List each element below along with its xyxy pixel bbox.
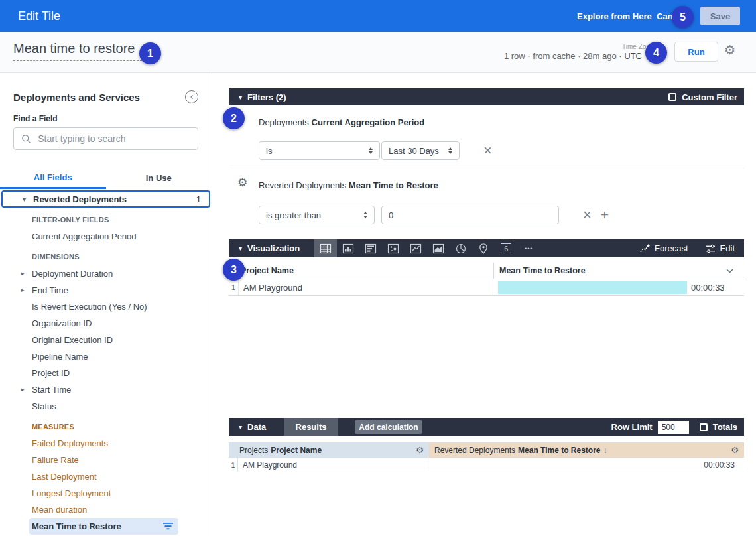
filter1-field-label: Deployments Current Aggregation Period xyxy=(259,117,424,127)
find-a-field-label: Find a Field xyxy=(13,114,198,123)
remove-filter1-icon[interactable]: × xyxy=(483,144,492,157)
filter2-row: is greater than × + xyxy=(259,206,609,224)
viz-type-bar-chart-icon[interactable] xyxy=(359,239,382,257)
viz-type-single-value-icon[interactable]: 6 xyxy=(495,239,517,257)
tile-title[interactable]: Mean time to restore xyxy=(13,41,145,61)
select-spinner-icon xyxy=(363,212,367,218)
gear-icon[interactable]: ⚙ xyxy=(724,42,735,57)
caret-right-icon[interactable]: ▸ xyxy=(21,282,25,299)
viz-type-more-icon[interactable]: ••• xyxy=(517,239,540,257)
viz-type-map-icon[interactable] xyxy=(472,239,495,257)
collapse-sidebar-icon[interactable]: ‹ xyxy=(185,90,198,103)
field-pipeline-name[interactable]: Pipeline Name xyxy=(0,348,212,365)
field-start-time[interactable]: ▸Start Time xyxy=(0,381,212,398)
custom-filter-checkbox[interactable] xyxy=(668,93,676,101)
measure-failed-deployments[interactable]: Failed Deployments xyxy=(0,435,212,452)
viz-type-area-chart-icon[interactable] xyxy=(427,239,450,257)
viz-col-mean-time-to-restore[interactable]: Mean Time to Restore xyxy=(494,263,744,279)
field-project-id[interactable]: Project ID xyxy=(0,365,212,381)
tab-in-use[interactable]: In Use xyxy=(106,167,212,189)
caret-down-icon[interactable]: ▾ xyxy=(239,245,242,252)
search-input[interactable] xyxy=(38,133,191,144)
filter2-operator-select[interactable]: is greater than xyxy=(259,206,375,224)
field-end-time[interactable]: ▸End Time xyxy=(0,282,212,299)
measure-longest-deployment[interactable]: Longest Deployment xyxy=(0,485,212,502)
remove-filter2-icon[interactable]: × xyxy=(583,208,592,222)
custom-filter-label: Custom Filter xyxy=(682,92,737,102)
results-table: ProjectsProject Name ⚙ Reverted Deployme… xyxy=(229,442,744,472)
search-icon xyxy=(21,133,31,145)
add-filter-icon[interactable]: + xyxy=(601,207,609,223)
measure-mean-duration[interactable]: Mean duration xyxy=(0,502,212,518)
forecast-icon xyxy=(640,244,650,253)
project-name-cell: AM Playground xyxy=(238,458,428,472)
filter2-value-input[interactable] xyxy=(381,206,559,224)
edit-viz-button[interactable]: Edit xyxy=(706,243,735,253)
caret-right-icon[interactable]: ▸ xyxy=(21,381,25,398)
field-is-revert-execution[interactable]: Is Revert Execution (Yes / No) xyxy=(0,299,212,315)
results-table-row[interactable]: 1 AM Playground 00:00:33 xyxy=(229,458,744,472)
caret-right-icon[interactable]: ▸ xyxy=(21,265,25,282)
select-spinner-icon xyxy=(369,147,373,154)
viz-table-row[interactable]: 1 AM Playground 00:00:33 xyxy=(229,279,744,296)
chevron-down-icon[interactable] xyxy=(726,269,733,273)
results-col-project-name[interactable]: ProjectsProject Name ⚙ xyxy=(229,442,429,458)
column-gear-icon[interactable]: ⚙ xyxy=(731,445,739,455)
field-picker-sidebar: Deployments and Services ‹ Find a Field … xyxy=(0,73,212,536)
view-label: Reverted Deployments xyxy=(33,194,127,204)
mean-time-cell: 00:00:33 xyxy=(493,279,744,295)
caret-down-icon[interactable]: ▾ xyxy=(239,423,242,431)
run-button[interactable]: Run xyxy=(674,42,718,62)
viz-type-pie-chart-icon[interactable] xyxy=(450,239,472,257)
filter-icon[interactable] xyxy=(163,523,173,530)
field-deployment-duration[interactable]: ▸Deployment Duration xyxy=(0,265,212,282)
window-title: Edit Tile xyxy=(18,9,60,23)
viz-col-project-name[interactable]: Project Name xyxy=(229,263,494,279)
field-status[interactable]: Status xyxy=(0,398,212,415)
filter1-operator-select[interactable]: is xyxy=(259,141,380,160)
field-tabs: All Fields In Use xyxy=(0,167,212,189)
viz-type-toolbar: 6 ••• xyxy=(314,239,540,257)
timezone-value: UTC xyxy=(624,51,642,61)
fields-in-use-count: 1 xyxy=(196,194,201,204)
measure-failure-rate[interactable]: Failure Rate xyxy=(0,452,212,468)
measure-mean-time-to-restore-selected[interactable]: Mean Time to Restore xyxy=(29,518,178,535)
add-calculation-button[interactable]: Add calculation xyxy=(355,420,422,434)
explore-from-here-link[interactable]: Explore from Here xyxy=(577,11,652,21)
mean-time-value-cell: 00:00:33 xyxy=(428,458,744,472)
field-current-aggregation-period[interactable]: Current Aggregation Period xyxy=(0,228,212,245)
results-table-header: ProjectsProject Name ⚙ Reverted Deployme… xyxy=(229,442,744,458)
results-tab[interactable]: Results xyxy=(284,418,338,436)
measure-last-deployment[interactable]: Last Deployment xyxy=(0,468,212,485)
field-original-execution-id[interactable]: Original Execution ID xyxy=(0,332,212,348)
caret-down-icon[interactable]: ▾ xyxy=(239,94,242,101)
filter1-value-select[interactable]: Last 30 Days xyxy=(381,141,460,160)
filter2-field-label: Reverted Deployments Mean Time to Restor… xyxy=(259,180,438,190)
data-section-bar[interactable]: ▾ Data Results Add calculation Row Limit… xyxy=(229,418,744,436)
viz-type-table-icon[interactable] xyxy=(314,239,337,257)
sort-desc-icon[interactable]: ↓ xyxy=(603,446,607,455)
row-number: 1 xyxy=(229,458,238,472)
tab-all-fields[interactable]: All Fields xyxy=(0,167,106,189)
query-status-text: 1 row · from cache · 28m ago · UTC xyxy=(504,51,642,61)
top-app-bar: Edit Tile Explore from Here Cancel Save xyxy=(0,0,756,32)
filters-section-bar[interactable]: ▾ Filters (2) Custom Filter xyxy=(229,88,744,105)
row-limit-input[interactable] xyxy=(658,421,689,434)
totals-checkbox[interactable] xyxy=(700,423,708,431)
viz-type-scatter-icon[interactable] xyxy=(382,239,405,257)
viz-table-header: Project Name Mean Time to Restore xyxy=(229,263,744,279)
tune-icon xyxy=(706,244,716,253)
section-dimensions: DIMENSIONS xyxy=(0,249,212,265)
field-search-box[interactable] xyxy=(13,127,198,150)
field-organization-id[interactable]: Organization ID xyxy=(0,315,212,332)
filter2-gear-icon[interactable]: ⚙ xyxy=(237,176,247,189)
viz-type-column-chart-icon[interactable] xyxy=(337,239,359,257)
results-col-mean-time-to-restore[interactable]: Reverted DeploymentsMean Time to Restore… xyxy=(429,442,744,458)
save-button[interactable]: Save xyxy=(700,7,740,25)
visualization-section-bar[interactable]: ▾ Visualization xyxy=(229,239,744,257)
caret-down-icon[interactable]: ▾ xyxy=(23,196,26,203)
view-reverted-deployments[interactable]: ▾ Reverted Deployments 1 xyxy=(1,190,210,208)
viz-type-line-chart-icon[interactable] xyxy=(405,239,427,257)
forecast-button[interactable]: Forecast xyxy=(640,243,688,253)
column-gear-icon[interactable]: ⚙ xyxy=(416,445,424,455)
